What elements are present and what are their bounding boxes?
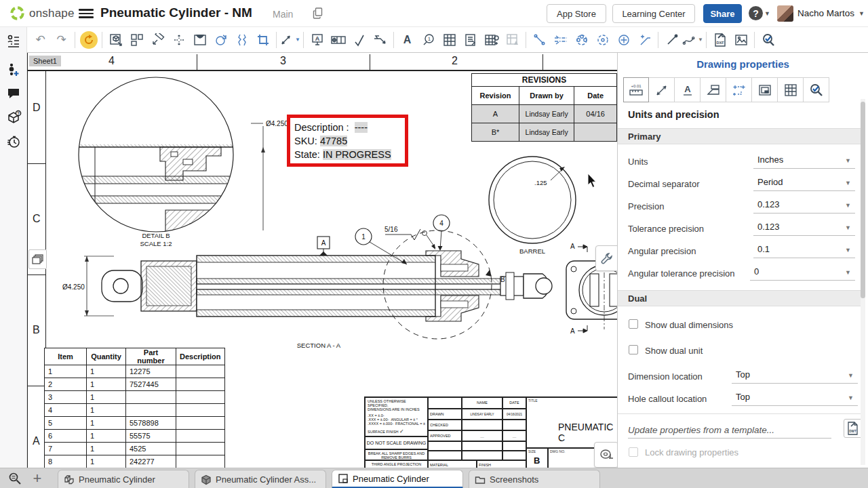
surface-finish-button[interactable] (349, 30, 370, 50)
tab-text[interactable]: A (675, 77, 701, 102)
redo-button[interactable]: ↷ (51, 30, 72, 50)
detail-view-label[interactable]: DETAIL B (142, 232, 170, 239)
units-dropdown[interactable]: Inches▼ (753, 152, 855, 169)
detail-view-button[interactable] (210, 30, 231, 50)
copy-document-icon[interactable] (312, 7, 325, 20)
versions-button[interactable] (5, 61, 22, 79)
tab-drawing-active[interactable]: Pneumatic Cylinder (332, 470, 463, 488)
comments-button[interactable] (5, 85, 22, 102)
barrel-dimension[interactable]: .125 (534, 179, 547, 186)
hole-table-button[interactable] (481, 30, 502, 50)
onshape-logo[interactable]: onshape (9, 5, 75, 21)
template-file-button[interactable]: DWT (844, 419, 863, 438)
bom-table-button[interactable] (460, 30, 481, 50)
context-wrench-button[interactable] (595, 245, 617, 271)
panel-scrollbar[interactable] (861, 99, 865, 465)
learning-center-button[interactable]: Learning Center (612, 4, 695, 23)
custom-annotation-note[interactable]: Description : ---- SKU: 47785 State: IN … (287, 115, 408, 167)
insert-view-button[interactable] (105, 30, 126, 50)
tab-search-button[interactable] (5, 470, 24, 487)
tab-tables[interactable] (778, 77, 804, 102)
export-dxf-button[interactable]: DXF (709, 30, 730, 50)
chamfer-dimension-button[interactable] (634, 30, 655, 50)
weld-symbol-button[interactable] (370, 30, 391, 50)
menu-icon[interactable] (79, 7, 94, 20)
center-mark-button[interactable] (613, 30, 634, 50)
section-view-button[interactable] (189, 30, 210, 50)
undo-button[interactable]: ↶ (30, 30, 51, 50)
check-drawing-button[interactable] (757, 30, 778, 50)
table-button[interactable] (439, 30, 460, 50)
dimension-location-dropdown[interactable]: Top▼ (732, 367, 858, 384)
primary-section-header[interactable]: Primary (618, 128, 861, 144)
datum-label[interactable]: A (321, 239, 326, 247)
tab-assembly[interactable]: Pneumatic Cylinder Ass... (195, 470, 326, 488)
balloon-4[interactable]: 4 (439, 220, 443, 227)
tolerance-precision-dropdown[interactable]: 0.123▼ (753, 220, 855, 236)
insert-tab-button[interactable]: + (28, 468, 46, 488)
center-mark-circle-button[interactable] (592, 30, 613, 50)
item-row[interactable]: 217527445 (45, 378, 225, 391)
title-block[interactable]: UNLESS OTHERWISE SPECIFIED, DIMENSIONS A… (364, 396, 617, 468)
center-mark-pattern-button[interactable] (571, 30, 592, 50)
share-button[interactable]: Share (703, 4, 742, 23)
item-row[interactable]: 714525 (45, 443, 225, 455)
centerline-button[interactable] (550, 30, 571, 50)
item-row[interactable]: 41 (45, 404, 225, 417)
finish-callout[interactable]: 5/16 (384, 226, 398, 233)
section-dimension[interactable]: Ø4.250 (62, 283, 85, 291)
geometric-tolerance-button[interactable] (328, 30, 349, 50)
tab-views[interactable] (701, 77, 726, 102)
user-menu[interactable]: Nacho Martos ▼ (797, 8, 865, 18)
decimal-separator-dropdown[interactable]: Period▼ (753, 175, 855, 191)
avatar[interactable] (777, 5, 793, 22)
help-menu[interactable]: ? ▼ (749, 6, 770, 20)
hole-callout-location-dropdown[interactable]: Top▼ (732, 390, 858, 406)
tab-dimensions[interactable] (649, 77, 675, 102)
workspace-name[interactable]: Main (273, 9, 293, 20)
update-from-template-link[interactable]: Update properties from a template... (628, 425, 831, 439)
help-box-button[interactable]: ? (5, 108, 22, 126)
insert-image-button[interactable] (730, 30, 751, 50)
tab-units-precision[interactable]: +0.01 (623, 77, 649, 102)
dimension-button[interactable]: ▼ (279, 30, 300, 50)
angular-precision-dropdown[interactable]: 0.1▼ (753, 242, 855, 258)
revisions-table[interactable]: REVISIONS Revision Drawn by Date A Linds… (471, 73, 617, 142)
section-view-label[interactable]: SECTION A - A (297, 342, 341, 349)
broken-view-button[interactable] (231, 30, 252, 50)
balloon-1[interactable]: 1 (361, 233, 366, 241)
crop-view-button[interactable] (252, 30, 273, 50)
angular-tolerance-precision-dropdown[interactable]: 0▼ (750, 264, 855, 281)
centerline-two-points-button[interactable] (529, 30, 550, 50)
item-row[interactable]: 6155575 (45, 430, 225, 443)
tab-ordinate[interactable] (726, 77, 752, 102)
balloon-button[interactable]: 1 (418, 30, 439, 50)
tab-quality[interactable] (804, 77, 829, 102)
barrel-label[interactable]: BARREL (519, 247, 545, 255)
update-views-button[interactable] (78, 30, 99, 50)
tab-part-studio[interactable]: Pneumatic Cylinder (58, 470, 189, 488)
drawing-canvas[interactable]: Sheet1 4 3 2 D C B A (27, 53, 617, 468)
auxiliary-view-button[interactable] (147, 30, 168, 50)
panel-scrollbar-thumb[interactable] (861, 102, 865, 298)
show-dual-unit-checkbox[interactable] (629, 345, 638, 354)
feature-list-button[interactable] (5, 33, 22, 50)
precision-dropdown[interactable]: 0.123▼ (753, 197, 855, 214)
item-row[interactable]: 1112275 (45, 365, 225, 378)
revisions-row[interactable]: B* Lindsay Early (472, 123, 617, 142)
item-row[interactable]: 515578898 (45, 417, 225, 430)
measure-tool-button[interactable] (594, 442, 617, 468)
item-table[interactable]: Item Quantity Part number Description 11… (44, 348, 225, 468)
revisions-row[interactable]: A Lindsay Early 04/16 (472, 105, 617, 123)
item-row[interactable]: 31 (45, 391, 225, 404)
line-button[interactable] (661, 30, 682, 50)
show-dual-dimensions-checkbox[interactable] (629, 319, 638, 329)
sheets-panel-toggle[interactable] (28, 249, 47, 269)
detail-dimension[interactable]: Ø4.250 (266, 120, 288, 127)
spline-button[interactable]: ▼ (682, 30, 703, 50)
tab-screenshots-folder[interactable]: Screenshots (469, 470, 600, 488)
projected-view-button[interactable] (126, 30, 147, 50)
app-store-button[interactable]: App Store (547, 4, 606, 23)
item-row[interactable]: 81242277 (45, 455, 225, 468)
move-view-button[interactable] (168, 30, 189, 50)
